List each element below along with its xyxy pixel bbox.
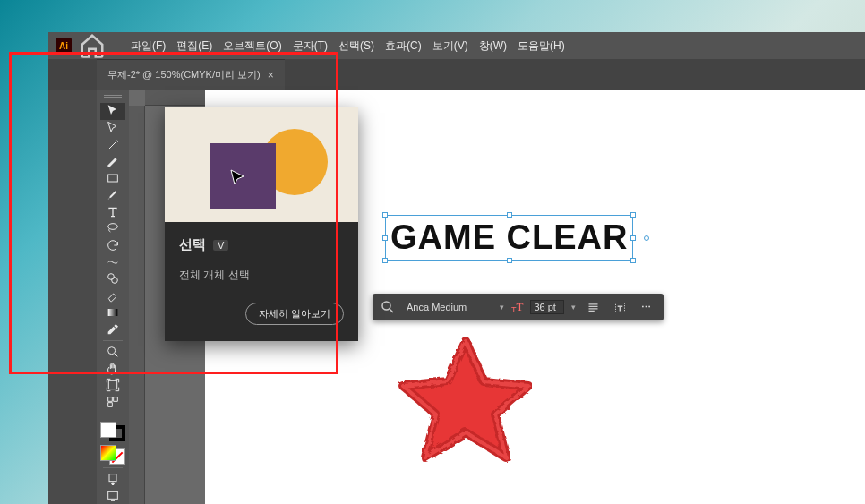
menu-select[interactable]: 선택(S) — [338, 38, 374, 54]
tool-separator — [103, 340, 123, 341]
shape-builder-tool[interactable] — [100, 270, 125, 287]
svg-rect-0 — [108, 175, 118, 182]
color-mode-swatch[interactable] — [100, 445, 125, 465]
font-size-field[interactable]: 36 pt — [530, 300, 564, 314]
selection-handle[interactable] — [630, 235, 636, 241]
tab-close-icon[interactable]: × — [268, 69, 274, 81]
screen-mode[interactable] — [100, 487, 125, 504]
menu-edit[interactable]: 편집(E) — [176, 38, 212, 54]
color-swatch[interactable] — [100, 422, 125, 441]
tool-tooltip-popup: 선택 V 전체 개체 선택 자세히 알아보기 — [165, 107, 358, 341]
tooltip-preview — [165, 107, 358, 222]
zoom-tool[interactable] — [100, 344, 125, 361]
selection-handle[interactable] — [382, 235, 388, 241]
svg-point-8 — [112, 483, 115, 485]
document-tab-label: 무제-2* @ 150%(CMYK/미리 보기) — [107, 68, 261, 81]
menu-file[interactable]: 파일(F) — [131, 38, 166, 54]
width-tool[interactable] — [100, 253, 125, 270]
app-title-bar: Ai 파일(F) 편집(E) 오브젝트(O) 문자(T) 선택(S) 효과(C)… — [48, 32, 865, 59]
tool-separator — [103, 414, 123, 414]
document-tab[interactable]: 무제-2* @ 150%(CMYK/미리 보기) × — [97, 59, 285, 90]
svg-point-2 — [108, 274, 115, 280]
svg-text:T: T — [618, 303, 622, 312]
direct-selection-tool[interactable] — [100, 120, 125, 137]
home-icon[interactable] — [79, 32, 106, 59]
rotate-tool[interactable] — [100, 237, 125, 254]
fill-swatch[interactable] — [100, 422, 116, 438]
svg-point-10 — [382, 302, 390, 310]
area-type-icon[interactable]: T — [610, 297, 629, 317]
more-options-icon[interactable]: ⋯ — [637, 297, 656, 317]
app-logo-icon: Ai — [56, 38, 72, 54]
selection-bounding-box — [385, 215, 633, 261]
svg-rect-4 — [108, 309, 118, 316]
hand-tool[interactable] — [100, 360, 125, 377]
menu-object[interactable]: 오브젝트(O) — [223, 38, 281, 54]
tooltip-title: 선택 — [179, 236, 206, 253]
tooltip-shortcut: V — [213, 240, 228, 251]
font-family-field[interactable]: Anca Medium — [403, 300, 492, 314]
selection-handle[interactable] — [630, 258, 636, 263]
menu-help[interactable]: 도움말(H) — [518, 38, 565, 54]
paragraph-align-icon[interactable] — [583, 297, 603, 317]
lasso-tool[interactable] — [100, 220, 125, 237]
font-size-icon: TT — [511, 300, 523, 314]
text-object-selected[interactable]: GAME CLEAR — [385, 215, 633, 261]
ruler-vertical — [129, 106, 145, 504]
type-tool[interactable] — [100, 203, 125, 220]
slice-tool[interactable] — [100, 394, 125, 411]
chevron-down-icon[interactable]: ▾ — [500, 303, 504, 312]
tooltip-subtitle: 전체 개체 선택 — [179, 268, 344, 283]
tooltip-body: 선택 V 전체 개체 선택 자세히 알아보기 — [165, 222, 358, 341]
svg-rect-9 — [108, 491, 118, 499]
document-tab-bar: 무제-2* @ 150%(CMYK/미리 보기) × — [48, 59, 865, 90]
menu-window[interactable]: 창(W) — [479, 38, 507, 54]
cursor-icon — [229, 168, 247, 188]
workspace: GAME CLEAR Anca Medium — [97, 90, 865, 504]
svg-point-3 — [112, 278, 118, 284]
magic-wand-tool[interactable] — [100, 137, 125, 154]
svg-rect-7 — [109, 474, 116, 482]
chevron-down-icon[interactable]: ▾ — [571, 303, 576, 312]
eyedropper-tool[interactable] — [100, 320, 125, 337]
learn-more-button[interactable]: 자세히 알아보기 — [245, 303, 344, 325]
paintbrush-tool[interactable] — [100, 187, 125, 204]
gradient-tool[interactable] — [100, 304, 125, 321]
tool-separator — [103, 467, 123, 468]
svg-point-5 — [108, 347, 116, 355]
selection-handle[interactable] — [630, 212, 636, 218]
svg-point-1 — [108, 224, 118, 230]
menu-effect[interactable]: 효과(C) — [385, 38, 422, 54]
gradient-swatch[interactable] — [100, 445, 116, 461]
selection-tool[interactable] — [100, 103, 125, 120]
tool-panel — [97, 90, 129, 504]
eraser-tool[interactable] — [100, 287, 125, 304]
contextual-type-toolbar: Anca Medium ▾ TT 36 pt ▾ T ⋯ — [373, 294, 664, 320]
illustrator-window: Ai 파일(F) 편집(E) 오브젝트(O) 문자(T) 선택(S) 효과(C)… — [48, 32, 865, 504]
panel-grip-icon[interactable] — [104, 95, 122, 98]
menu-view[interactable]: 보기(V) — [432, 38, 468, 54]
star-artwork[interactable] — [398, 331, 532, 466]
svg-rect-6 — [108, 381, 116, 389]
menu-bar: 파일(F) 편집(E) 오브젝트(O) 문자(T) 선택(S) 효과(C) 보기… — [106, 32, 565, 59]
search-icon[interactable] — [380, 299, 396, 315]
selection-handle[interactable] — [382, 212, 388, 218]
pen-tool[interactable] — [100, 153, 125, 170]
selection-handle[interactable] — [382, 258, 388, 263]
selection-handle[interactable] — [507, 258, 512, 263]
canvas-area[interactable]: GAME CLEAR Anca Medium — [129, 90, 865, 504]
selection-handle[interactable] — [507, 212, 512, 218]
menu-type[interactable]: 문자(T) — [293, 38, 328, 54]
artboard-tool[interactable] — [100, 377, 125, 394]
draw-mode[interactable] — [100, 471, 125, 488]
rectangle-tool[interactable] — [100, 170, 125, 187]
